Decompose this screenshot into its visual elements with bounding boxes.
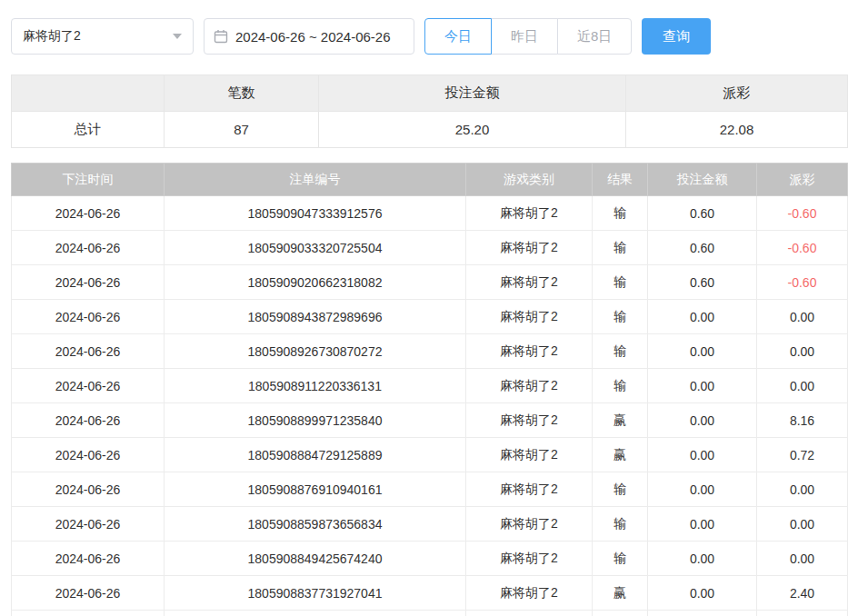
cell-game-type: 麻将胡了2 <box>466 403 593 438</box>
cell-bet-time: 2024-06-26 <box>12 576 165 611</box>
cell-bet-time: 2024-06-26 <box>12 438 165 472</box>
summary-total-count: 87 <box>165 112 319 148</box>
cell-bet-amount: 0.60 <box>648 231 757 265</box>
cell-game-type: 麻将胡了2 <box>466 334 593 369</box>
table-row: 2024-06-261805908899971235840麻将胡了2赢0.008… <box>12 403 848 438</box>
empty-cell <box>648 611 757 616</box>
cell-order-id: 1805908926730870272 <box>165 334 466 369</box>
cell-order-id: 1805908899971235840 <box>165 403 466 438</box>
summary-header-bet-amount: 投注金额 <box>319 75 626 112</box>
cell-payout: 0.00 <box>757 507 848 541</box>
yesterday-button[interactable]: 昨日 <box>491 18 558 55</box>
cell-payout: 0.00 <box>757 334 848 369</box>
cell-bet-amount: 0.00 <box>648 369 757 403</box>
game-select-value: 麻将胡了2 <box>23 28 165 45</box>
date-range-picker[interactable]: 2024-06-26 ~ 2024-06-26 <box>204 18 414 55</box>
cell-bet-time: 2024-06-26 <box>12 265 165 300</box>
cell-order-id: 1805908911220336131 <box>165 369 466 403</box>
cell-bet-amount: 0.60 <box>648 196 757 231</box>
quick-range-group: 今日 昨日 近8日 <box>424 18 632 55</box>
chevron-down-icon <box>173 34 182 39</box>
header-order-id: 注单编号 <box>165 164 466 196</box>
cell-payout: 0.00 <box>757 541 848 576</box>
table-row: 2024-06-261805909033320725504麻将胡了2输0.60-… <box>12 231 848 265</box>
cell-result: 输 <box>593 231 648 265</box>
cell-payout: 0.00 <box>757 369 848 403</box>
cell-bet-time: 2024-06-26 <box>12 300 165 334</box>
cell-result: 输 <box>593 265 648 300</box>
cell-bet-time: 2024-06-26 <box>12 403 165 438</box>
cell-payout: 8.16 <box>757 403 848 438</box>
summary-corner-cell <box>12 75 165 112</box>
cell-result: 赢 <box>593 438 648 472</box>
cell-result: 输 <box>593 369 648 403</box>
cell-bet-time: 2024-06-26 <box>12 472 165 507</box>
cell-result: 输 <box>593 196 648 231</box>
bet-table-header-row: 下注时间 注单编号 游戏类别 结果 投注金额 派彩 <box>12 164 848 196</box>
cell-order-id: 1805908849425674240 <box>165 541 466 576</box>
cell-order-id: 1805909033320725504 <box>165 231 466 265</box>
empty-cell <box>757 611 848 616</box>
cell-payout: 0.00 <box>757 472 848 507</box>
bet-table-body: 2024-06-261805909047333912576麻将胡了2输0.60-… <box>12 196 848 616</box>
cell-order-id: 1805908876910940161 <box>165 472 466 507</box>
empty-cell <box>466 611 593 616</box>
header-payout: 派彩 <box>757 164 848 196</box>
table-row: 2024-06-261805908849425674240麻将胡了2输0.000… <box>12 541 848 576</box>
cell-bet-amount: 0.00 <box>648 334 757 369</box>
cell-payout: -0.60 <box>757 231 848 265</box>
table-row: 2024-06-261805908876910940161麻将胡了2输0.000… <box>12 472 848 507</box>
empty-cell <box>593 611 648 616</box>
header-result: 结果 <box>593 164 648 196</box>
query-button[interactable]: 查询 <box>642 18 711 55</box>
today-button[interactable]: 今日 <box>424 18 492 55</box>
table-row: 2024-06-261805908911220336131麻将胡了2输0.000… <box>12 369 848 403</box>
cell-bet-amount: 0.00 <box>648 300 757 334</box>
cell-result: 输 <box>593 472 648 507</box>
summary-header-count: 笔数 <box>165 75 319 112</box>
cell-game-type: 麻将胡了2 <box>466 438 593 472</box>
cell-game-type: 麻将胡了2 <box>466 196 593 231</box>
cell-game-type: 麻将胡了2 <box>466 541 593 576</box>
summary-total-bet-amount: 25.20 <box>319 112 626 148</box>
cell-bet-amount: 0.00 <box>648 507 757 541</box>
table-row: 2024-06-261805908943872989696麻将胡了2输0.000… <box>12 300 848 334</box>
last-8-days-button[interactable]: 近8日 <box>557 18 632 55</box>
calendar-icon <box>214 29 228 44</box>
empty-cell <box>12 611 165 616</box>
summary-table: 笔数 投注金额 派彩 总计 87 25.20 22.08 <box>11 75 848 148</box>
cell-bet-amount: 0.00 <box>648 403 757 438</box>
cell-game-type: 麻将胡了2 <box>466 507 593 541</box>
cell-order-id: 1805909047333912576 <box>165 196 466 231</box>
cell-bet-amount: 0.00 <box>648 541 757 576</box>
cell-bet-time: 2024-06-26 <box>12 196 165 231</box>
header-game-type: 游戏类别 <box>466 164 593 196</box>
cell-game-type: 麻将胡了2 <box>466 231 593 265</box>
cell-payout: 2.40 <box>757 576 848 611</box>
cell-game-type: 麻将胡了2 <box>466 576 593 611</box>
header-bet-amount: 投注金额 <box>648 164 757 196</box>
cell-bet-time: 2024-06-26 <box>12 334 165 369</box>
summary-total-payout: 22.08 <box>626 112 848 148</box>
cell-result: 输 <box>593 334 648 369</box>
bet-records-table: 下注时间 注单编号 游戏类别 结果 投注金额 派彩 2024-06-261805… <box>11 163 848 616</box>
cell-order-id: 1805908884729125889 <box>165 438 466 472</box>
cell-game-type: 麻将胡了2 <box>466 265 593 300</box>
summary-header-row: 笔数 投注金额 派彩 <box>12 75 848 112</box>
cell-bet-time: 2024-06-26 <box>12 507 165 541</box>
table-row: 2024-06-261805908837731927041麻将胡了2赢0.002… <box>12 576 848 611</box>
cell-result: 输 <box>593 300 648 334</box>
cell-order-id: 1805908859873656834 <box>165 507 466 541</box>
table-row: 2024-06-261805909047333912576麻将胡了2输0.60-… <box>12 196 848 231</box>
cell-bet-time: 2024-06-26 <box>12 369 165 403</box>
filter-bar: 麻将胡了2 2024-06-26 ~ 2024-06-26 今日 昨日 近8日 … <box>11 18 847 55</box>
cell-payout: -0.60 <box>757 196 848 231</box>
cell-result: 赢 <box>593 403 648 438</box>
cell-payout: 0.72 <box>757 438 848 472</box>
cell-game-type: 麻将胡了2 <box>466 300 593 334</box>
game-select[interactable]: 麻将胡了2 <box>11 18 194 55</box>
summary-header-payout: 派彩 <box>626 75 848 112</box>
table-row: 2024-06-261805908859873656834麻将胡了2输0.000… <box>12 507 848 541</box>
cell-payout: 0.00 <box>757 300 848 334</box>
cell-result: 输 <box>593 541 648 576</box>
